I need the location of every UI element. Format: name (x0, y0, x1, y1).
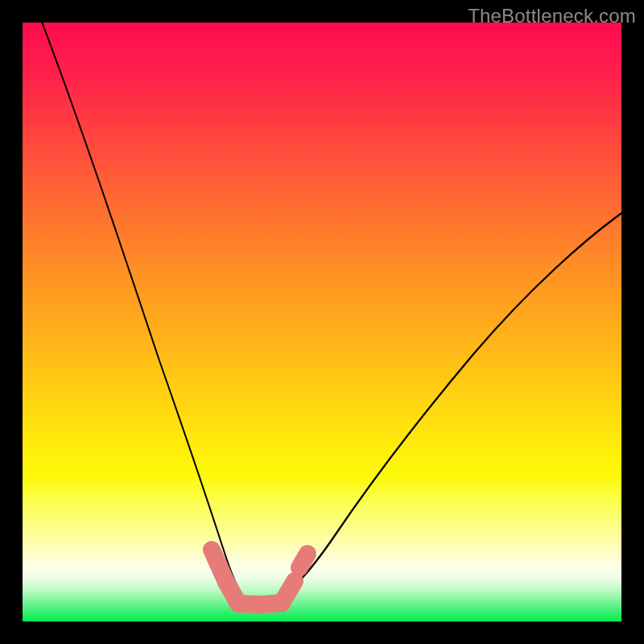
chain-joint-1 (217, 573, 235, 591)
right-curve (272, 211, 625, 602)
chain-joint-2 (228, 592, 246, 609)
left-curve (40, 18, 250, 602)
chart-svg (23, 23, 621, 621)
chain-joint-4 (273, 594, 291, 612)
plot-area (23, 23, 621, 621)
chain-link-right-upper (299, 554, 308, 568)
chain-joint-3 (252, 596, 270, 613)
chart-frame: TheBottleneck.com (0, 0, 644, 644)
